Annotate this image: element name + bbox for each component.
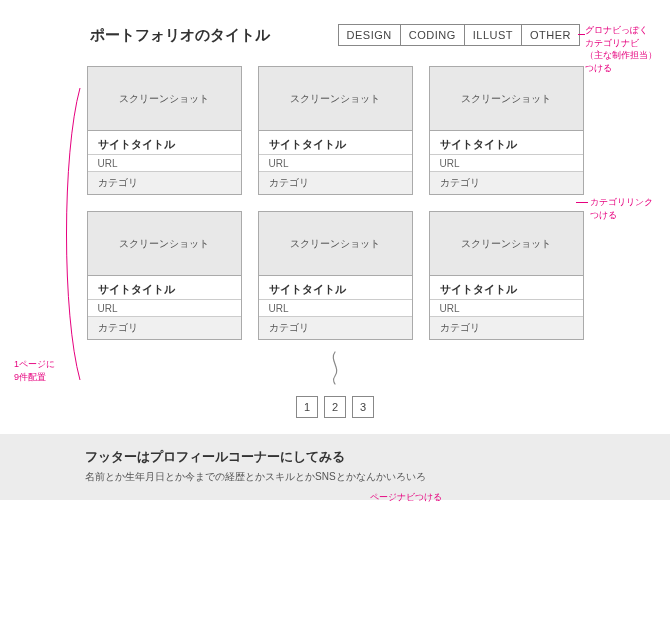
nav-other[interactable]: OTHER — [521, 24, 580, 46]
annotation-perpage: 1ページに 9件配置 — [14, 358, 55, 383]
site-title: サイトタイトル — [88, 131, 241, 155]
annotation-line — [576, 202, 588, 203]
site-url: URL — [88, 155, 241, 172]
annotation-line — [578, 34, 585, 35]
site-category[interactable]: カテゴリ — [88, 172, 241, 194]
annotation-bracket-icon — [56, 84, 86, 384]
site-url: URL — [259, 300, 412, 317]
screenshot-area: スクリーンショット — [430, 212, 583, 276]
site-url: URL — [88, 300, 241, 317]
page-title: ポートフォリオのタイトル — [90, 26, 270, 45]
page-2[interactable]: 2 — [324, 396, 346, 418]
nav-illust[interactable]: ILLUST — [464, 24, 522, 46]
site-category[interactable]: カテゴリ — [259, 172, 412, 194]
category-nav: DESIGN CODING ILLUST OTHER — [338, 24, 580, 46]
page-3[interactable]: 3 — [352, 396, 374, 418]
portfolio-card[interactable]: スクリーンショット サイトタイトル URL カテゴリ — [258, 66, 413, 195]
portfolio-grid: スクリーンショット サイトタイトル URL カテゴリ スクリーンショット サイト… — [0, 46, 670, 340]
site-title: サイトタイトル — [88, 276, 241, 300]
site-title: サイトタイトル — [430, 131, 583, 155]
annotation-catlink: カテゴリリンク つける — [590, 196, 653, 221]
screenshot-area: スクリーンショット — [259, 67, 412, 131]
page-1[interactable]: 1 — [296, 396, 318, 418]
portfolio-card[interactable]: スクリーンショット サイトタイトル URL カテゴリ — [87, 66, 242, 195]
footer: フッターはプロフィールコーナーにしてみる 名前とか生年月日とか今までの経歴とかス… — [0, 434, 670, 500]
screenshot-area: スクリーンショット — [259, 212, 412, 276]
site-category[interactable]: カテゴリ — [430, 317, 583, 339]
site-category[interactable]: カテゴリ — [88, 317, 241, 339]
site-url: URL — [430, 300, 583, 317]
site-url: URL — [430, 155, 583, 172]
site-title: サイトタイトル — [430, 276, 583, 300]
portfolio-card[interactable]: スクリーンショット サイトタイトル URL カテゴリ — [429, 66, 584, 195]
screenshot-area: スクリーンショット — [88, 212, 241, 276]
site-title: サイトタイトル — [259, 131, 412, 155]
footer-subtitle: 名前とか生年月日とか今までの経歴とかスキルとかSNSとかなんかいろいろ — [85, 470, 610, 484]
screenshot-area: スクリーンショット — [88, 67, 241, 131]
annotation-pager: ページナビつける — [370, 491, 442, 504]
pagination: 1 2 3 — [0, 396, 670, 434]
nav-design[interactable]: DESIGN — [338, 24, 401, 46]
site-category[interactable]: カテゴリ — [259, 317, 412, 339]
site-url: URL — [259, 155, 412, 172]
portfolio-card[interactable]: スクリーンショット サイトタイトル URL カテゴリ — [258, 211, 413, 340]
annotation-nav: グロナビっぽく カテゴリナビ （主な制作担当） つける — [585, 24, 657, 74]
portfolio-card[interactable]: スクリーンショット サイトタイトル URL カテゴリ — [429, 211, 584, 340]
nav-coding[interactable]: CODING — [400, 24, 465, 46]
portfolio-card[interactable]: スクリーンショット サイトタイトル URL カテゴリ — [87, 211, 242, 340]
site-title: サイトタイトル — [259, 276, 412, 300]
screenshot-area: スクリーンショット — [430, 67, 583, 131]
footer-title: フッターはプロフィールコーナーにしてみる — [85, 448, 610, 466]
site-category[interactable]: カテゴリ — [430, 172, 583, 194]
continuation-icon — [0, 340, 670, 396]
